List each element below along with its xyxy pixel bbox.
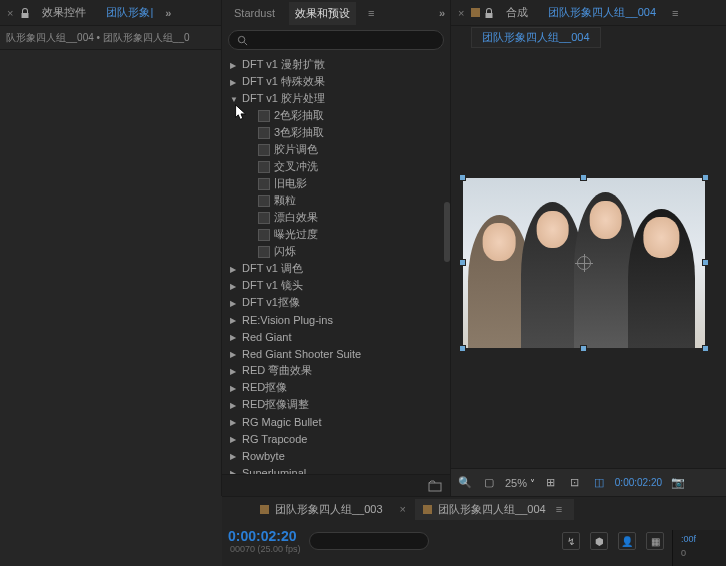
category-folder[interactable]: ▶Superluminal — [222, 464, 450, 474]
twirl-icon[interactable]: ▶ — [230, 435, 238, 443]
category-folder[interactable]: ▶RG Trapcode — [222, 430, 450, 447]
canvas[interactable] — [463, 178, 705, 348]
category-folder[interactable]: ▶RED 弯曲效果 — [222, 362, 450, 379]
selection-handle[interactable] — [459, 174, 466, 181]
tab-compose[interactable]: 合成 — [498, 1, 536, 24]
category-folder[interactable]: ▶Rowbyte — [222, 447, 450, 464]
new-bin-icon[interactable] — [428, 480, 442, 492]
panel-menu-icon[interactable]: ≡ — [364, 7, 378, 19]
twirl-icon[interactable]: ▶ — [230, 316, 238, 324]
selection-handle[interactable] — [702, 259, 709, 266]
tab-stardust[interactable]: Stardust — [228, 3, 281, 23]
anchor-point-icon[interactable] — [577, 256, 591, 270]
category-folder[interactable]: ▶DFT v1 镜头 — [222, 277, 450, 294]
timecode-block[interactable]: 0:00:02:20 00070 (25.00 fps) — [228, 528, 301, 554]
twirl-icon[interactable]: ▶ — [230, 61, 238, 69]
twirl-icon[interactable]: ▶ — [230, 282, 238, 290]
panel-menu-icon[interactable]: ≡ — [668, 7, 682, 19]
selection-handle[interactable] — [459, 259, 466, 266]
twirl-icon[interactable]: ▶ — [230, 367, 238, 375]
category-folder[interactable]: ▶DFT v1 漫射扩散 — [222, 56, 450, 73]
mask-toggle-icon[interactable]: ◫ — [591, 476, 607, 490]
tree-item-label: Red Giant Shooter Suite — [242, 348, 361, 360]
twirl-icon[interactable]: ▶ — [230, 350, 238, 358]
search-box[interactable] — [228, 30, 444, 50]
tree-item-label: RE:Vision Plug-ins — [242, 314, 333, 326]
tab-menu-icon[interactable]: ≡ — [552, 503, 566, 515]
close-tab-button[interactable]: × — [455, 7, 467, 19]
close-tab-button[interactable]: × — [397, 503, 409, 515]
panel-more[interactable]: » — [439, 7, 444, 19]
close-tab-button[interactable]: × — [4, 7, 16, 19]
magnify-icon[interactable]: 🔍 — [457, 476, 473, 490]
layer-search[interactable] — [309, 532, 429, 550]
comp-name-dropdown[interactable]: 团队形象四人组__004 — [471, 27, 601, 48]
graph-toggle-icon[interactable]: ↯ — [562, 532, 580, 550]
category-folder[interactable]: ▼DFT v1 胶片处理 — [222, 90, 450, 107]
twirl-icon[interactable]: ▼ — [230, 95, 238, 103]
category-folder[interactable]: ▶RED抠像 — [222, 379, 450, 396]
display-icon[interactable]: ▢ — [481, 476, 497, 490]
lock-icon[interactable] — [484, 8, 494, 18]
twirl-icon[interactable]: ▶ — [230, 469, 238, 475]
preset-item[interactable]: 曝光过度 — [222, 226, 450, 243]
twirl-icon[interactable]: ▶ — [230, 333, 238, 341]
preset-item[interactable]: 交叉冲洗 — [222, 158, 450, 175]
preset-item[interactable]: 2色彩抽取 — [222, 107, 450, 124]
current-time[interactable]: 0:00:02:20 — [615, 477, 662, 488]
tree-item-label: Red Giant — [242, 331, 292, 343]
preset-item[interactable]: 旧电影 — [222, 175, 450, 192]
timeline-tab[interactable]: 团队形象四人组__004 ≡ — [415, 499, 574, 520]
tab-comp-name[interactable]: 团队形象四人组__004 — [540, 1, 664, 24]
tree-item-label: 漂白效果 — [274, 210, 318, 225]
preset-item[interactable]: 漂白效果 — [222, 209, 450, 226]
selection-handle[interactable] — [702, 174, 709, 181]
more-tabs[interactable]: » — [165, 7, 170, 19]
render-queue-icon[interactable]: ⬢ — [590, 532, 608, 550]
timeline-tab[interactable]: 团队形象四人组__003 — [252, 499, 391, 520]
layer-search-input[interactable] — [316, 536, 443, 547]
search-input[interactable] — [252, 34, 435, 46]
category-folder[interactable]: ▶DFT v1 调色 — [222, 260, 450, 277]
twirl-icon[interactable]: ▶ — [230, 299, 238, 307]
selection-handle[interactable] — [580, 345, 587, 352]
lock-icon[interactable] — [20, 8, 30, 18]
shy-toggle-icon[interactable]: 👤 — [618, 532, 636, 550]
resolution-icon[interactable]: ⊞ — [543, 476, 559, 490]
selection-handle[interactable] — [702, 345, 709, 352]
twirl-icon[interactable]: ▶ — [230, 265, 238, 273]
category-folder[interactable]: ▶DFT v1 特殊效果 — [222, 73, 450, 90]
twirl-icon[interactable]: ▶ — [230, 78, 238, 86]
tab-active-comp[interactable]: 团队形象| — [98, 1, 161, 24]
snapshot-icon[interactable]: 📷 — [670, 476, 686, 490]
tab-effects-presets[interactable]: 效果和预设 — [289, 2, 356, 25]
grid-icon[interactable]: ⊡ — [567, 476, 583, 490]
effects-tree[interactable]: ▶DFT v1 漫射扩散▶DFT v1 特殊效果▼DFT v1 胶片处理2色彩抽… — [222, 54, 450, 474]
svg-line-1 — [244, 42, 247, 45]
preset-item[interactable]: 颗粒 — [222, 192, 450, 209]
selection-handle[interactable] — [580, 174, 587, 181]
category-folder[interactable]: ▶RG Magic Bullet — [222, 413, 450, 430]
category-folder[interactable]: ▶Red Giant Shooter Suite — [222, 345, 450, 362]
selection-handle[interactable] — [459, 345, 466, 352]
timecode[interactable]: 0:00:02:20 — [228, 528, 301, 544]
category-folder[interactable]: ▶DFT v1抠像 — [222, 294, 450, 311]
tree-item-label: 颗粒 — [274, 193, 296, 208]
twirl-icon[interactable]: ▶ — [230, 401, 238, 409]
preset-item[interactable]: 3色彩抽取 — [222, 124, 450, 141]
preset-item[interactable]: 闪烁 — [222, 243, 450, 260]
preset-item[interactable]: 胶片调色 — [222, 141, 450, 158]
scrollbar-thumb[interactable] — [444, 202, 450, 262]
composition-viewer[interactable] — [451, 48, 726, 468]
frame-blend-icon[interactable]: ▦ — [646, 532, 664, 550]
category-folder[interactable]: ▶RE:Vision Plug-ins — [222, 311, 450, 328]
category-folder[interactable]: ▶RED抠像调整 — [222, 396, 450, 413]
twirl-icon[interactable]: ▶ — [230, 418, 238, 426]
comp-color-swatch — [260, 505, 269, 514]
zoom-dropdown[interactable]: 25% ˅ — [505, 477, 535, 489]
twirl-icon[interactable]: ▶ — [230, 452, 238, 460]
tab-effects-controls[interactable]: 效果控件 — [34, 1, 94, 24]
time-ruler[interactable]: :00f 0 — [672, 530, 726, 566]
twirl-icon[interactable]: ▶ — [230, 384, 238, 392]
category-folder[interactable]: ▶Red Giant — [222, 328, 450, 345]
